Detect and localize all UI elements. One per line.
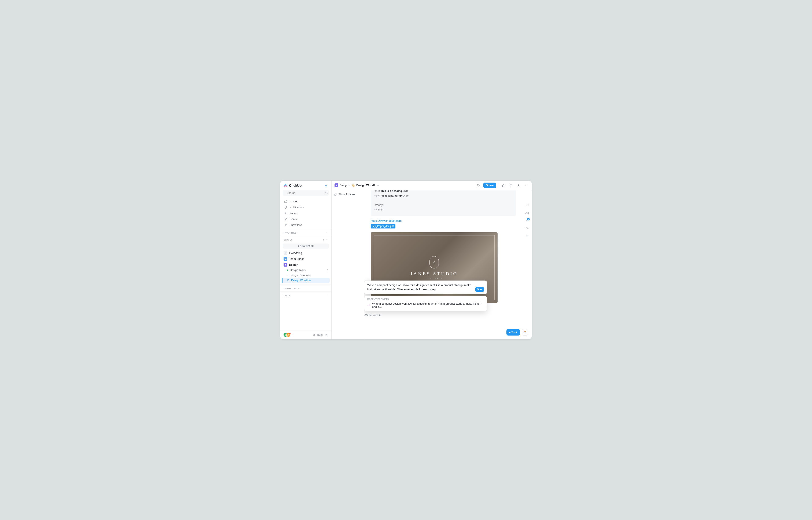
slash-command-text[interactable]: /Write with AI	[364, 314, 487, 317]
logo-text: ClickUp	[289, 184, 302, 188]
svg-rect-20	[335, 193, 336, 195]
active-indicator	[282, 278, 282, 283]
nav-notifications[interactable]: Notifications	[282, 204, 330, 210]
plus-icon: +	[509, 331, 511, 334]
rail-badge: 1	[527, 218, 530, 220]
show-pages-button[interactable]: Show 2 pages	[334, 193, 361, 196]
help-button[interactable]	[325, 333, 328, 337]
search-bar[interactable]: ⌘K	[283, 190, 329, 196]
download-icon	[517, 184, 520, 187]
app-grid-icon	[524, 331, 526, 333]
breadcrumb-separator: /	[349, 184, 350, 187]
more-button[interactable]	[523, 183, 529, 188]
clickup-logo-icon	[283, 184, 288, 188]
breadcrumb-space[interactable]: Design	[340, 184, 348, 187]
space-design[interactable]: Design	[282, 262, 330, 268]
main: Design / 🏷️ Design Workflow Share	[331, 181, 532, 339]
design-tasks-count: 2	[327, 269, 328, 271]
space-everything[interactable]: Everything	[282, 250, 330, 256]
breadcrumb: Design / 🏷️ Design Workflow	[334, 183, 379, 187]
nav-home[interactable]: Home	[282, 198, 330, 204]
svg-point-17	[525, 185, 525, 185]
task-label: Task	[511, 331, 517, 334]
space-badge-icon[interactable]	[334, 183, 338, 187]
section-favorites-label: FAVORITES	[283, 232, 296, 234]
new-space-label: + NEW SPACE	[298, 245, 314, 247]
avatar-stack[interactable]: J JS	[283, 333, 291, 337]
ai-submit-button[interactable]: ⌘ ↵	[476, 287, 484, 292]
space-team[interactable]: Team Space	[282, 256, 330, 262]
subitem-design-tasks[interactable]: Design Tasks 2	[282, 268, 330, 273]
search-input[interactable]	[287, 191, 322, 194]
ai-recent-prompts-card: RECENT PROMPTS Write a compact design wo…	[364, 296, 487, 311]
section-dashboards[interactable]: DASHBOARDS	[280, 285, 331, 291]
invite-button[interactable]: Invite	[312, 333, 324, 337]
pulse-icon	[284, 211, 287, 215]
ai-prompt-input-card[interactable]: Write a compact design workflow for a de…	[364, 281, 487, 294]
tag-button[interactable]	[476, 183, 481, 188]
image-subtitle: EST. 2023	[426, 277, 442, 280]
subitem-design-resources[interactable]: Design Resources	[282, 273, 330, 278]
logo[interactable]: ClickUp	[283, 184, 302, 188]
rail-link-button[interactable]: 1	[525, 219, 529, 222]
section-spaces[interactable]: SPACES	[280, 236, 331, 243]
section-favorites[interactable]: FAVORITES	[280, 229, 331, 236]
ai-prompt-text[interactable]: Write a compact design workflow for a de…	[367, 283, 473, 292]
doc-icon	[287, 279, 290, 282]
show-pages-label: Show 2 pages	[338, 193, 355, 196]
status-dot-icon	[287, 269, 288, 271]
nav-home-label: Home	[290, 200, 297, 203]
file-attachment-chip[interactable]: My_Paper_doc.pdf	[371, 224, 396, 229]
ai-recent-item[interactable]: Write a compact design workflow for a de…	[367, 302, 484, 308]
subitem-design-workflow[interactable]: Design Workflow	[282, 278, 330, 283]
sidebar-footer: J JS ▾ Invite	[280, 330, 331, 339]
svg-point-9	[285, 258, 286, 259]
nav-show-less[interactable]: Show less	[282, 222, 330, 228]
tag-icon	[477, 184, 480, 187]
new-task-button[interactable]: + Task	[507, 329, 520, 336]
comment-button[interactable]	[508, 183, 514, 188]
breadcrumb-doc[interactable]: Design Workflow	[356, 184, 379, 187]
nav-goals-label: Goals	[290, 217, 297, 220]
section-dashboards-label: DASHBOARDS	[283, 287, 300, 290]
app-center-button[interactable]	[522, 329, 528, 336]
rail-indent-button[interactable]	[525, 204, 529, 207]
collapse-sidebar-button[interactable]	[325, 184, 328, 187]
document-body[interactable]: <h1>This is a heading</h1> <p>This is a …	[364, 190, 522, 339]
doc-outline-column: Show 2 pages	[331, 190, 364, 339]
chevron-right-icon	[325, 287, 328, 290]
section-docs[interactable]: DOCS	[280, 291, 331, 298]
chevron-down-icon[interactable]	[325, 238, 328, 241]
rail-typography-button[interactable]: Aa	[525, 211, 529, 214]
svg-rect-15	[336, 184, 337, 185]
svg-line-4	[323, 240, 324, 240]
favorite-button[interactable]	[500, 183, 506, 188]
sidebar-header: ClickUp	[280, 181, 331, 190]
nav-notifications-label: Notifications	[290, 206, 304, 209]
svg-point-10	[286, 258, 286, 259]
download-button[interactable]	[516, 183, 521, 188]
section-spaces-label: SPACES	[283, 239, 293, 241]
code-block[interactable]: <h1>This is a heading</h1> <p>This is a …	[371, 190, 516, 216]
chevron-right-icon	[325, 231, 328, 234]
svg-point-3	[322, 239, 324, 240]
rail-expand-button[interactable]	[525, 226, 529, 230]
bell-icon	[284, 205, 287, 209]
nav-pulse[interactable]: Pulse	[282, 210, 330, 216]
comment-icon	[509, 184, 513, 187]
external-link[interactable]: https://www.mobbin.com	[371, 219, 402, 222]
app-window: ClickUp ⌘K Home Notifications Pulse	[280, 181, 532, 339]
doc-emoji-icon: 🏷️	[351, 184, 355, 187]
svg-rect-7	[285, 253, 285, 254]
space-list: Everything Team Space Design Design Task…	[280, 250, 331, 285]
nav-goals[interactable]: Goals	[282, 216, 330, 222]
help-icon	[325, 333, 328, 337]
search-small-icon[interactable]	[322, 238, 324, 241]
svg-point-19	[527, 185, 527, 185]
rail-export-button[interactable]	[525, 234, 529, 237]
workspace-menu-caret-icon[interactable]: ▾	[293, 334, 294, 336]
new-space-button[interactable]: + NEW SPACE	[283, 243, 329, 249]
share-button[interactable]: Share	[483, 183, 496, 188]
nav-show-less-label: Show less	[290, 224, 302, 227]
expand-icon	[525, 226, 529, 230]
